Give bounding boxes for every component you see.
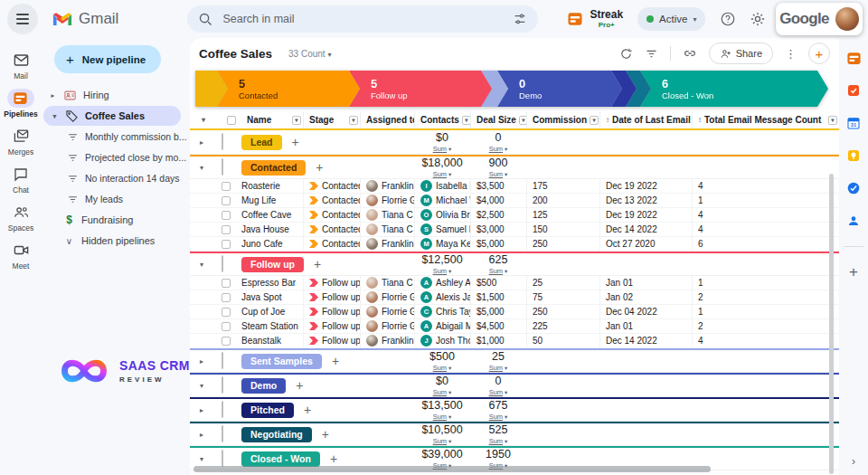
row-checkbox[interactable]	[222, 196, 231, 205]
stage-badge[interactable]: Contacted	[241, 160, 306, 176]
group-checkbox[interactable]	[222, 401, 223, 418]
group-checkbox[interactable]	[222, 158, 223, 176]
group-checkbox[interactable]	[222, 450, 223, 467]
table-row-mug-life[interactable]: Mug LifeContactedFlorrie GMMichael W$4,0…	[190, 194, 839, 208]
table-row-steam-station[interactable]: Steam StationFollow upFlorrie GAAbigail …	[190, 319, 839, 334]
filter-icon[interactable]	[645, 47, 658, 61]
more-options-icon[interactable]: ⋮	[785, 47, 797, 61]
group-checkbox[interactable]	[222, 376, 223, 394]
sum-dropdown[interactable]: Sum▾	[414, 389, 470, 396]
horizontal-scrollbar[interactable]	[193, 466, 711, 472]
row-checkbox[interactable]	[222, 225, 231, 234]
chevron-down-icon[interactable]: ∨	[63, 236, 75, 246]
column-header-deal-size[interactable]: Deal Size▾	[470, 111, 526, 128]
group-collapse-icon[interactable]: ▾	[190, 455, 213, 463]
sum-dropdown[interactable]: Sum▾	[414, 438, 470, 445]
refresh-icon[interactable]	[619, 47, 633, 61]
sidebar-rail-item-mail[interactable]: Mail	[7, 51, 34, 81]
sidebar-rail-item-merges[interactable]: Merges	[7, 127, 34, 157]
sidebar-rail-item-spaces[interactable]: Spaces	[7, 203, 34, 233]
share-button[interactable]: Share	[709, 43, 773, 64]
add-box-button[interactable]: +	[808, 43, 830, 64]
add-row-icon[interactable]: +	[304, 403, 311, 417]
column-dropdown-icon[interactable]: ▾	[590, 116, 599, 125]
group-collapse-icon[interactable]: ▾	[190, 261, 213, 269]
group-collapse-icon[interactable]: ▾	[190, 382, 213, 390]
row-checkbox[interactable]	[222, 182, 231, 191]
table-row-cup-of-joe[interactable]: Cup of JoeFollow upFlorrie GCChris Taylo…	[190, 305, 839, 319]
table-row-java-house[interactable]: Java HouseContactedTiana CSSamuel Da$3,0…	[190, 223, 839, 237]
add-row-icon[interactable]: +	[292, 135, 299, 149]
main-menu-icon[interactable]	[7, 4, 38, 34]
column-dropdown-icon[interactable]: ▾	[349, 116, 358, 125]
streak-tasks-icon[interactable]	[846, 83, 862, 99]
column-dropdown-icon[interactable]: ▾	[292, 116, 301, 125]
gmail-logo[interactable]: Gmail	[52, 10, 118, 28]
add-row-icon[interactable]: +	[332, 354, 339, 368]
group-checkbox[interactable]	[222, 425, 223, 442]
link-icon[interactable]	[683, 46, 697, 61]
column-header-name[interactable]: Name▾	[241, 111, 303, 128]
search-bar[interactable]: Search in mail	[187, 5, 538, 33]
sidebar-rail-item-meet[interactable]: Meet	[7, 241, 34, 271]
group-checkbox[interactable]	[222, 255, 223, 272]
get-addons-icon[interactable]: +	[849, 264, 858, 280]
table-row-java-spot[interactable]: Java SpotFollow upFlorrie GAAlexis Jack$…	[190, 290, 839, 305]
tasks-icon[interactable]	[846, 181, 862, 196]
row-checkbox[interactable]	[222, 279, 231, 288]
search-icon[interactable]	[198, 12, 213, 27]
sum-dropdown[interactable]: Sum▾	[470, 365, 526, 372]
sum-dropdown[interactable]: Sum▾	[470, 268, 526, 275]
column-header-assigned-to[interactable]: Assigned to▾	[360, 111, 414, 128]
saved-view-my-leads[interactable]: My leads	[42, 189, 190, 209]
sidebar-rail-item-chat[interactable]: Chat	[7, 165, 34, 195]
select-all-checkbox[interactable]	[227, 116, 236, 125]
funnel-stage-contacted[interactable]: 5Contacted	[217, 71, 360, 107]
stage-badge[interactable]: Lead	[241, 135, 282, 150]
group-expand-icon[interactable]: ▸	[190, 138, 213, 147]
sidebar-item-coffee-sales[interactable]: ▾Coffee Sales	[43, 106, 181, 126]
table-row-roasterie[interactable]: RoasterieContactedFranklin FIIsabella M$…	[190, 179, 839, 194]
funnel-stage-closed-won[interactable]: 6Closed - Won	[640, 71, 828, 107]
stage-badge[interactable]: Closed - Won	[241, 451, 320, 467]
column-dropdown-icon[interactable]: ▾	[519, 116, 526, 125]
table-row-coffee-cave[interactable]: Coffee CaveContactedTiana COOlivia Brow$…	[190, 208, 839, 223]
stage-badge[interactable]: Pitched	[241, 403, 294, 418]
sum-dropdown[interactable]: Sum▾	[414, 413, 470, 421]
group-expand-icon[interactable]: ▸	[190, 431, 213, 439]
row-checkbox[interactable]	[222, 240, 231, 249]
sum-dropdown[interactable]: Sum▾	[470, 146, 526, 153]
sidebar-item-hiring[interactable]: ▸Hiring	[42, 85, 190, 105]
row-checkbox[interactable]	[222, 322, 231, 331]
keep-icon[interactable]	[846, 148, 862, 164]
table-row-espresso-bar[interactable]: Espresso BarFollow upTiana CAAshley And$…	[190, 276, 839, 290]
add-row-icon[interactable]: +	[322, 427, 329, 442]
add-row-icon[interactable]: +	[314, 257, 321, 271]
sum-dropdown[interactable]: Sum▾	[470, 438, 526, 445]
stage-badge[interactable]: Sent Samples	[241, 354, 322, 369]
saved-view-monthly-commission-b[interactable]: Monthly commission b...	[42, 127, 190, 147]
row-checkbox[interactable]	[222, 308, 231, 317]
sidebar-item-hidden-pipelines[interactable]: ∨Hidden pipelines	[42, 231, 190, 251]
contacts-icon[interactable]	[846, 214, 862, 229]
row-checkbox[interactable]	[222, 211, 231, 220]
column-header-commission[interactable]: Commission▾	[526, 111, 599, 128]
group-checkbox[interactable]	[222, 352, 223, 369]
sum-dropdown[interactable]: Sum▾	[414, 146, 470, 153]
funnel-stage-demo[interactable]: 0Demo	[497, 71, 622, 107]
help-icon[interactable]	[720, 11, 736, 27]
add-row-icon[interactable]: +	[296, 378, 303, 393]
profile-avatar[interactable]	[835, 7, 859, 31]
add-row-icon[interactable]: +	[316, 160, 323, 175]
streak-extension-badge[interactable]: Streak Pro+	[567, 9, 623, 29]
stage-badge[interactable]: Follow up	[241, 257, 304, 272]
calendar-icon[interactable]: 31	[846, 116, 862, 131]
column-header-stage[interactable]: Stage▾	[303, 111, 360, 128]
vertical-scrollbar[interactable]	[829, 174, 834, 474]
settings-gear-icon[interactable]	[750, 11, 766, 27]
sum-dropdown[interactable]: Sum▾	[414, 268, 470, 275]
sum-dropdown[interactable]: Sum▾	[414, 365, 470, 372]
chevron-right-icon[interactable]: ▸	[49, 91, 57, 100]
add-row-icon[interactable]: +	[330, 451, 337, 466]
chevron-down-icon[interactable]: ▾	[51, 112, 59, 120]
